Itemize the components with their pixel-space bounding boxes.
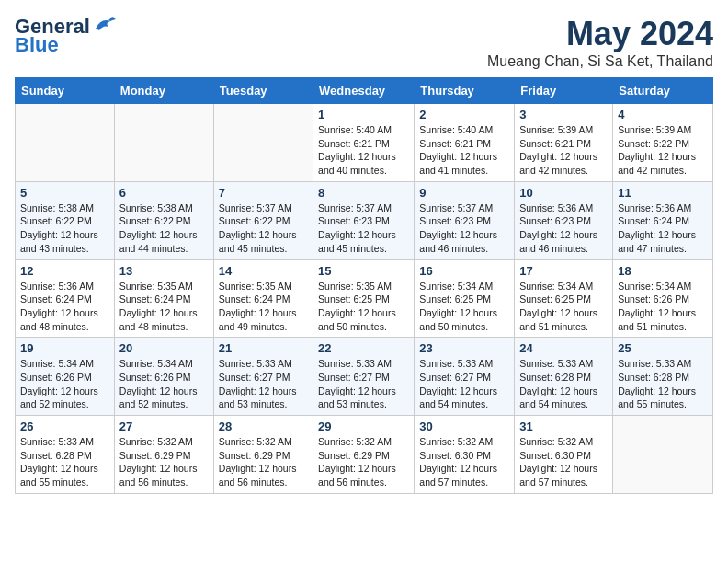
day-number: 25 [618, 341, 708, 355]
calendar-cell [114, 104, 213, 182]
calendar-cell: 2Sunrise: 5:40 AM Sunset: 6:21 PM Daylig… [415, 104, 515, 182]
day-number: 6 [119, 186, 209, 200]
calendar-cell: 30Sunrise: 5:32 AM Sunset: 6:30 PM Dayli… [415, 416, 515, 494]
calendar-cell: 24Sunrise: 5:33 AM Sunset: 6:28 PM Dayli… [515, 338, 613, 416]
calendar-table: SundayMondayTuesdayWednesdayThursdayFrid… [15, 77, 713, 494]
day-info: Sunrise: 5:32 AM Sunset: 6:30 PM Dayligh… [419, 435, 509, 489]
day-info: Sunrise: 5:40 AM Sunset: 6:21 PM Dayligh… [419, 123, 509, 178]
main-title: May 2024 [487, 15, 713, 53]
day-number: 29 [318, 419, 409, 433]
day-info: Sunrise: 5:32 AM Sunset: 6:29 PM Dayligh… [119, 435, 209, 489]
day-info: Sunrise: 5:33 AM Sunset: 6:27 PM Dayligh… [219, 357, 308, 411]
day-info: Sunrise: 5:32 AM Sunset: 6:29 PM Dayligh… [318, 435, 409, 489]
weekday-header: Friday [515, 78, 613, 104]
day-number: 20 [119, 341, 209, 355]
calendar-week-row: 19Sunrise: 5:34 AM Sunset: 6:26 PM Dayli… [16, 338, 713, 416]
day-number: 5 [20, 186, 109, 200]
day-info: Sunrise: 5:37 AM Sunset: 6:22 PM Dayligh… [219, 201, 308, 256]
weekday-header: Saturday [613, 78, 713, 104]
calendar-cell: 14Sunrise: 5:35 AM Sunset: 6:24 PM Dayli… [213, 259, 313, 338]
calendar-week-row: 5Sunrise: 5:38 AM Sunset: 6:22 PM Daylig… [16, 181, 713, 259]
calendar-cell: 4Sunrise: 5:39 AM Sunset: 6:22 PM Daylig… [613, 104, 713, 182]
calendar-cell: 10Sunrise: 5:36 AM Sunset: 6:23 PM Dayli… [515, 181, 613, 259]
day-number: 12 [20, 264, 109, 278]
weekday-header: Thursday [415, 78, 515, 104]
calendar-week-row: 1Sunrise: 5:40 AM Sunset: 6:21 PM Daylig… [16, 104, 713, 182]
calendar-cell: 26Sunrise: 5:33 AM Sunset: 6:28 PM Dayli… [16, 416, 115, 494]
calendar-cell: 11Sunrise: 5:36 AM Sunset: 6:24 PM Dayli… [613, 181, 713, 259]
day-number: 19 [20, 341, 109, 355]
calendar-cell [613, 416, 713, 494]
weekday-header: Monday [114, 78, 213, 104]
day-number: 15 [318, 264, 409, 278]
day-info: Sunrise: 5:34 AM Sunset: 6:26 PM Dayligh… [618, 280, 708, 334]
calendar-cell: 5Sunrise: 5:38 AM Sunset: 6:22 PM Daylig… [16, 181, 115, 259]
day-number: 28 [219, 419, 308, 433]
calendar-cell: 23Sunrise: 5:33 AM Sunset: 6:27 PM Dayli… [415, 338, 515, 416]
day-info: Sunrise: 5:33 AM Sunset: 6:27 PM Dayligh… [318, 357, 409, 411]
day-info: Sunrise: 5:37 AM Sunset: 6:23 PM Dayligh… [318, 201, 409, 256]
day-number: 13 [119, 264, 209, 278]
header-row: SundayMondayTuesdayWednesdayThursdayFrid… [16, 78, 713, 104]
day-number: 16 [419, 264, 509, 278]
calendar-cell: 17Sunrise: 5:34 AM Sunset: 6:25 PM Dayli… [515, 259, 613, 338]
calendar-cell: 7Sunrise: 5:37 AM Sunset: 6:22 PM Daylig… [213, 181, 313, 259]
weekday-header: Tuesday [213, 78, 313, 104]
calendar-cell: 15Sunrise: 5:35 AM Sunset: 6:25 PM Dayli… [313, 259, 415, 338]
day-number: 24 [519, 341, 608, 355]
title-block: May 2024 Mueang Chan, Si Sa Ket, Thailan… [487, 15, 713, 70]
weekday-header: Sunday [16, 78, 115, 104]
day-number: 14 [219, 264, 308, 278]
logo-blue: Blue [15, 33, 59, 57]
day-info: Sunrise: 5:35 AM Sunset: 6:24 PM Dayligh… [119, 280, 209, 334]
day-info: Sunrise: 5:38 AM Sunset: 6:22 PM Dayligh… [119, 201, 209, 256]
day-number: 18 [618, 264, 708, 278]
day-number: 3 [519, 108, 608, 121]
calendar-cell: 6Sunrise: 5:38 AM Sunset: 6:22 PM Daylig… [114, 181, 213, 259]
calendar-cell: 19Sunrise: 5:34 AM Sunset: 6:26 PM Dayli… [16, 338, 115, 416]
calendar-week-row: 12Sunrise: 5:36 AM Sunset: 6:24 PM Dayli… [16, 259, 713, 338]
calendar-cell: 3Sunrise: 5:39 AM Sunset: 6:21 PM Daylig… [515, 104, 613, 182]
day-number: 31 [519, 419, 608, 433]
calendar-cell: 31Sunrise: 5:32 AM Sunset: 6:30 PM Dayli… [515, 416, 613, 494]
day-number: 9 [419, 186, 509, 200]
day-info: Sunrise: 5:32 AM Sunset: 6:29 PM Dayligh… [219, 435, 308, 489]
day-info: Sunrise: 5:39 AM Sunset: 6:22 PM Dayligh… [618, 123, 708, 178]
day-info: Sunrise: 5:33 AM Sunset: 6:28 PM Dayligh… [618, 357, 708, 411]
day-info: Sunrise: 5:32 AM Sunset: 6:30 PM Dayligh… [519, 435, 608, 489]
calendar-cell: 9Sunrise: 5:37 AM Sunset: 6:23 PM Daylig… [415, 181, 515, 259]
day-number: 2 [419, 108, 509, 121]
day-info: Sunrise: 5:34 AM Sunset: 6:25 PM Dayligh… [419, 280, 509, 334]
calendar-cell: 18Sunrise: 5:34 AM Sunset: 6:26 PM Dayli… [613, 259, 713, 338]
calendar-cell: 25Sunrise: 5:33 AM Sunset: 6:28 PM Dayli… [613, 338, 713, 416]
day-info: Sunrise: 5:33 AM Sunset: 6:27 PM Dayligh… [419, 357, 509, 411]
day-number: 8 [318, 186, 409, 200]
day-info: Sunrise: 5:34 AM Sunset: 6:26 PM Dayligh… [20, 357, 109, 411]
day-info: Sunrise: 5:40 AM Sunset: 6:21 PM Dayligh… [318, 123, 409, 178]
day-number: 30 [419, 419, 509, 433]
calendar-header: SundayMondayTuesdayWednesdayThursdayFrid… [16, 78, 713, 104]
calendar-cell: 21Sunrise: 5:33 AM Sunset: 6:27 PM Dayli… [213, 338, 313, 416]
day-info: Sunrise: 5:37 AM Sunset: 6:23 PM Dayligh… [419, 201, 509, 256]
day-number: 7 [219, 186, 308, 200]
day-info: Sunrise: 5:36 AM Sunset: 6:24 PM Dayligh… [20, 280, 109, 334]
day-info: Sunrise: 5:35 AM Sunset: 6:25 PM Dayligh… [318, 280, 409, 334]
day-number: 22 [318, 341, 409, 355]
day-number: 17 [519, 264, 608, 278]
day-number: 1 [318, 108, 409, 121]
calendar-cell: 1Sunrise: 5:40 AM Sunset: 6:21 PM Daylig… [313, 104, 415, 182]
calendar-cell: 20Sunrise: 5:34 AM Sunset: 6:26 PM Dayli… [114, 338, 213, 416]
day-number: 21 [219, 341, 308, 355]
day-info: Sunrise: 5:39 AM Sunset: 6:21 PM Dayligh… [519, 123, 608, 178]
day-info: Sunrise: 5:34 AM Sunset: 6:25 PM Dayligh… [519, 280, 608, 334]
day-info: Sunrise: 5:33 AM Sunset: 6:28 PM Dayligh… [20, 435, 109, 489]
logo-bird-icon [92, 16, 118, 34]
day-info: Sunrise: 5:38 AM Sunset: 6:22 PM Dayligh… [20, 201, 109, 256]
calendar-cell: 8Sunrise: 5:37 AM Sunset: 6:23 PM Daylig… [313, 181, 415, 259]
calendar-cell: 13Sunrise: 5:35 AM Sunset: 6:24 PM Dayli… [114, 259, 213, 338]
day-number: 27 [119, 419, 209, 433]
calendar-cell [213, 104, 313, 182]
day-info: Sunrise: 5:36 AM Sunset: 6:24 PM Dayligh… [618, 201, 708, 256]
day-number: 11 [618, 186, 708, 200]
day-number: 10 [519, 186, 608, 200]
